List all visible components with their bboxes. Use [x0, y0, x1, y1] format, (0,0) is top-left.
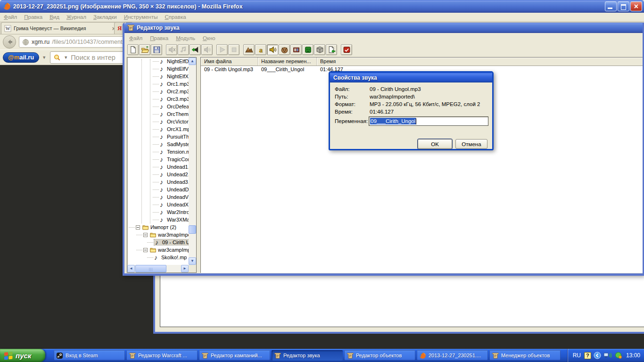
tree-item[interactable]: ♪Orc3.mp3: [127, 95, 189, 103]
tree-item[interactable]: ♪NightElfDefeat: [127, 58, 189, 65]
object-manager-button[interactable]: [314, 44, 325, 55]
tree-connector: [153, 189, 159, 190]
tree-item[interactable]: war3campImpo: [127, 246, 189, 254]
tree-item-label: NightElfVictory: [167, 66, 189, 72]
ai-editor-button[interactable]: [302, 44, 314, 55]
tree-item[interactable]: ♪Undead3.mp3: [127, 178, 189, 186]
close-button[interactable]: [630, 1, 642, 11]
language-indicator[interactable]: RU: [573, 352, 581, 359]
tree-item[interactable]: ♪Orc1.mp3: [127, 80, 189, 88]
editor-menu-item[interactable]: Окно: [203, 35, 215, 41]
horizontal-scrollbar[interactable]: ◄ ||| ►: [127, 265, 189, 272]
column-header[interactable]: Название перемен...: [258, 58, 317, 66]
new-document-button[interactable]: [127, 44, 139, 55]
ok-button[interactable]: OK: [418, 139, 452, 149]
tree-item[interactable]: ♪Skolko!.mp: [127, 254, 189, 261]
tree-item[interactable]: ♪UndeadVictory: [127, 193, 189, 201]
tree-item[interactable]: ♪UndeadX1.mp: [127, 201, 189, 208]
speaker-arrow-button[interactable]: [190, 44, 201, 55]
tree-item[interactable]: ♪Undead1.mp3: [127, 163, 189, 171]
firefox-menu-item[interactable]: Закладки: [93, 14, 117, 20]
test-map-button[interactable]: [341, 44, 352, 55]
tree-item[interactable]: ♪OrcX1.mp3: [127, 125, 189, 133]
firefox-menu-item[interactable]: Журнал: [66, 14, 86, 20]
agent-icon[interactable]: [615, 352, 622, 359]
scrollbar-thumb[interactable]: |||: [135, 265, 166, 272]
variable-input[interactable]: 09___Cirith_Ungol: [369, 116, 488, 126]
scroll-down-icon[interactable]: ▼: [189, 257, 196, 265]
firefox-menu-item[interactable]: Файл: [4, 14, 17, 20]
tree-item[interactable]: ♪OrcVictory.mp3: [127, 118, 189, 125]
tree-item-content: war3campImpo: [149, 247, 189, 253]
editor-menu-item[interactable]: Правка: [150, 35, 168, 41]
terrain-editor-button[interactable]: [243, 44, 255, 55]
save-map-button[interactable]: [151, 44, 162, 55]
campaign-editor-button[interactable]: [290, 44, 302, 55]
tree-item[interactable]: ♪War3XMainSc: [127, 216, 189, 223]
editor-menu-item[interactable]: Файл: [129, 35, 142, 41]
tree-item[interactable]: ♪Orc2.mp3: [127, 88, 189, 95]
sound-editor-button[interactable]: [267, 44, 278, 55]
tree-item[interactable]: ♪09 - Cirith U: [127, 239, 189, 246]
tree-item-content: ♪Undead1.mp3: [160, 164, 189, 170]
network-icon[interactable]: [603, 352, 612, 359]
open-map-button[interactable]: [139, 44, 150, 55]
taskbar-task[interactable]: Редактор объектов: [344, 350, 415, 361]
collapse-expander-icon[interactable]: [143, 248, 148, 252]
task-label: Вход в Steam: [66, 353, 98, 358]
import-manager-button[interactable]: [326, 44, 337, 55]
restore-button[interactable]: [618, 1, 629, 11]
back-arrow-icon: [6, 38, 13, 46]
tree-item[interactable]: ♪PursuitTheme.m: [127, 133, 189, 140]
scroll-right-icon[interactable]: ►: [181, 265, 189, 272]
help-icon[interactable]: ?: [584, 352, 591, 359]
tree-item[interactable]: war3mapImpor: [127, 231, 189, 239]
cancel-button[interactable]: Отмена: [455, 139, 487, 149]
tree-item[interactable]: ♪SadMystery.mp: [127, 140, 189, 148]
column-header[interactable]: Время: [317, 58, 643, 66]
system-tray: RU ? 13:00: [568, 349, 644, 362]
scroll-left-icon[interactable]: ◄: [127, 265, 135, 272]
tab-wikipedia[interactable]: W Грима Червеуст — Википедия ×: [1, 22, 119, 34]
firefox-menu-item[interactable]: Справка: [165, 14, 186, 20]
vertical-scrollbar[interactable]: ▲ ▼: [189, 58, 196, 265]
minimize-button[interactable]: [605, 1, 617, 11]
collapse-expander-icon[interactable]: [143, 233, 148, 237]
column-header[interactable]: Имя файла: [201, 58, 258, 66]
taskbar-task[interactable]: Менеджер объектов: [489, 350, 561, 361]
taskbar-task[interactable]: Редактор звука: [272, 350, 343, 361]
tree-item[interactable]: ♪Tension.mp3: [127, 148, 189, 156]
mailru-logo[interactable]: @mail.ru: [3, 52, 39, 63]
tree-item[interactable]: ♪Undead2.mp3: [127, 171, 189, 178]
tree-item[interactable]: ♪UndeadDefeat: [127, 186, 189, 193]
scrollbar-thumb[interactable]: [189, 225, 196, 234]
panel-splitter[interactable]: [197, 56, 200, 273]
sound-editor-titlebar[interactable]: Редактор звука: [124, 23, 643, 33]
taskbar-task[interactable]: Редактор Warcraft ...: [126, 350, 198, 361]
tree-item[interactable]: ♪NightElfVictory: [127, 65, 189, 73]
tree-item[interactable]: ♪OrcDefeat.mp3: [127, 103, 189, 110]
object-editor-button[interactable]: [279, 44, 290, 55]
back-button[interactable]: [3, 35, 16, 49]
chevron-down-icon[interactable]: ▼: [42, 55, 46, 60]
taskbar-task[interactable]: Редактор кампаний...: [199, 350, 270, 361]
dialog-title[interactable]: Свойства звука: [330, 73, 492, 82]
firefox-menu-item[interactable]: Правка: [24, 14, 42, 20]
tree-item[interactable]: Импорт (2): [127, 223, 189, 231]
taskbar-task[interactable]: Вход в Steam: [54, 350, 125, 361]
scroll-up-icon[interactable]: ▲: [189, 58, 196, 65]
tree-item[interactable]: ♪OrcTheme.mp3: [127, 110, 189, 118]
start-button[interactable]: пуск: [0, 349, 45, 362]
tree-item[interactable]: ♪NightElfX1.mp3: [127, 73, 189, 80]
editor-menu-item[interactable]: Модуль: [176, 35, 195, 41]
firefox-menu-item[interactable]: Вид: [50, 14, 59, 20]
taskbar-task[interactable]: 2013-12-27_230251....: [417, 350, 488, 361]
tree-item[interactable]: ♪War2IntroMusi: [127, 208, 189, 216]
firefox-menu-item[interactable]: Инструменты: [124, 14, 158, 20]
tree-item-content: ♪Orc1.mp3: [160, 81, 189, 87]
trigger-editor-button[interactable]: a: [255, 44, 266, 55]
tree-item[interactable]: ♪TragicConfront: [127, 156, 189, 163]
collapse-icon[interactable]: [594, 352, 601, 359]
chevron-down-icon[interactable]: ▼: [64, 55, 68, 60]
collapse-expander-icon[interactable]: [136, 225, 140, 230]
